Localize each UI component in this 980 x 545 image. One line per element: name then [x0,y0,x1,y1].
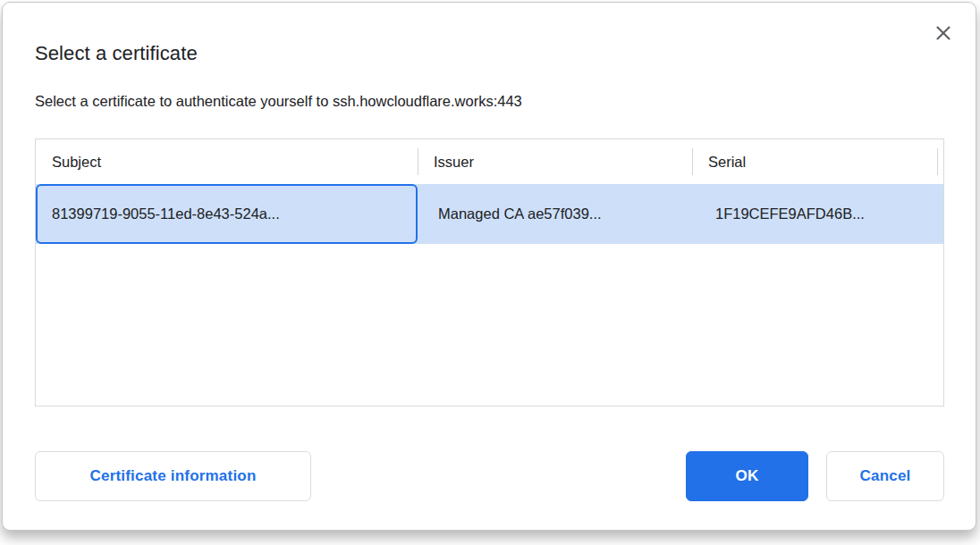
certificate-select-dialog: Select a certificate Select a certificat… [2,2,976,531]
table-empty-area [36,244,943,406]
column-header-serial: Serial [692,139,943,184]
ok-button[interactable]: OK [686,451,808,501]
column-header-issuer: Issuer [418,139,692,184]
issuer-cell[interactable]: Managed CA ae57f039... [418,184,692,244]
column-header-subject: Subject [36,139,418,184]
table-header-row: Subject Issuer Serial [36,139,943,184]
certificate-table: Subject Issuer Serial 81399719-9055-11ed… [35,138,944,407]
certificate-information-button[interactable]: Certificate information [35,451,311,501]
serial-cell[interactable]: 1F19CEFE9AFD46B... [692,184,943,244]
dialog-subtitle: Select a certificate to authenticate you… [35,93,522,110]
dialog-footer: Certificate information OK Cancel [35,451,944,501]
close-button[interactable] [931,21,956,46]
close-icon [934,23,953,43]
cancel-button[interactable]: Cancel [826,451,944,501]
certificate-row[interactable]: 81399719-9055-11ed-8e43-524a... Managed … [36,184,943,244]
dialog-title: Select a certificate [35,42,198,65]
subject-cell[interactable]: 81399719-9055-11ed-8e43-524a... [36,184,418,244]
header-divider [937,148,938,175]
